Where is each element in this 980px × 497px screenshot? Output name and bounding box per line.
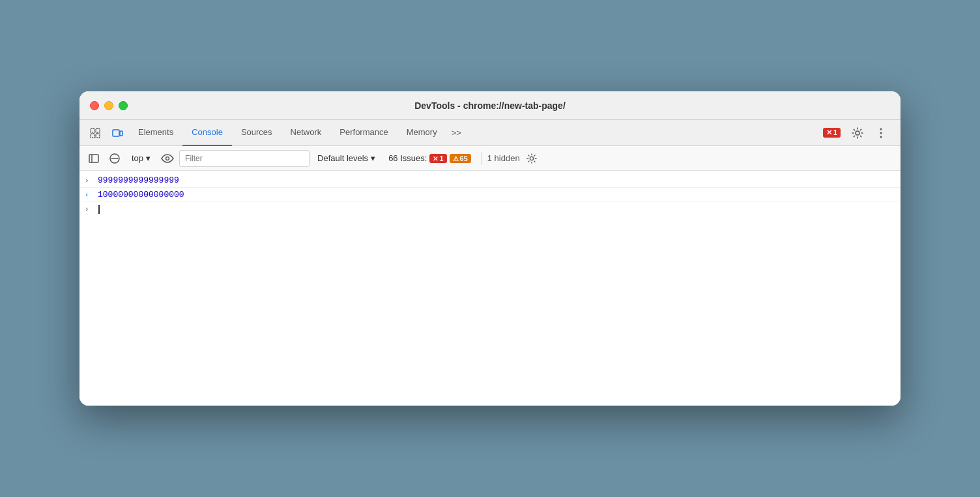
- devtools-window: DevTools - chrome://new-tab-page/ Elemen…: [79, 91, 901, 406]
- svg-point-15: [530, 157, 533, 160]
- console-input-line[interactable]: ›: [79, 202, 901, 217]
- more-options-icon[interactable]: [872, 124, 890, 142]
- log-levels-dropdown[interactable]: Default levels ▾: [312, 152, 381, 164]
- title-bar: DevTools - chrome://new-tab-page/: [79, 91, 901, 120]
- console-line-2[interactable]: ‹ 10000000000000000: [79, 188, 901, 202]
- svg-rect-5: [120, 131, 122, 136]
- issues-count: 66 Issues: ✕1 ⚠65: [383, 153, 476, 163]
- filter-input[interactable]: [179, 150, 310, 167]
- svg-rect-3: [96, 134, 100, 138]
- svg-point-6: [856, 131, 859, 135]
- toolbar-divider: [482, 152, 482, 165]
- hidden-count: 1 hidden: [487, 153, 520, 163]
- maximize-button[interactable]: [119, 101, 128, 110]
- issues-error-badge[interactable]: ✕1: [429, 154, 446, 163]
- traffic-lights: [90, 101, 128, 110]
- svg-rect-4: [113, 130, 119, 136]
- sidebar-toggle-icon[interactable]: [85, 149, 103, 168]
- svg-point-14: [166, 157, 169, 160]
- devtools-tab-bar: Elements Console Sources Network Perform…: [79, 120, 901, 146]
- svg-point-7: [880, 128, 882, 130]
- tab-elements[interactable]: Elements: [129, 120, 182, 146]
- console-line-1[interactable]: › 9999999999999999: [79, 173, 901, 188]
- device-toolbar-icon[interactable]: [107, 123, 128, 143]
- tab-sources[interactable]: Sources: [232, 120, 281, 146]
- output-arrow-2: ‹: [85, 191, 94, 199]
- tab-console[interactable]: Console: [182, 120, 232, 146]
- svg-rect-10: [89, 155, 98, 162]
- expand-arrow-1[interactable]: ›: [85, 177, 94, 185]
- window-title: DevTools - chrome://new-tab-page/: [414, 100, 566, 111]
- console-toolbar: top ▾ Default levels ▾ 66 Issues: ✕1 ⚠65: [79, 146, 901, 171]
- console-settings-icon[interactable]: [523, 149, 541, 168]
- svg-rect-1: [96, 128, 100, 132]
- cursor-caret: [98, 205, 100, 214]
- console-value-2: 10000000000000000: [98, 190, 184, 200]
- console-value-1: 9999999999999999: [98, 175, 179, 185]
- issues-warn-badge[interactable]: ⚠65: [450, 154, 471, 163]
- svg-point-9: [880, 136, 882, 138]
- live-expressions-icon[interactable]: [158, 149, 177, 168]
- svg-rect-2: [91, 134, 94, 138]
- error-count-badge[interactable]: ✕1: [823, 128, 841, 138]
- minimize-button[interactable]: [104, 101, 113, 110]
- svg-rect-0: [91, 128, 94, 132]
- clear-console-icon[interactable]: [106, 149, 124, 168]
- console-output: › 9999999999999999 ‹ 10000000000000000 ›: [79, 171, 901, 406]
- context-selector[interactable]: top ▾: [126, 152, 156, 164]
- tab-network[interactable]: Network: [281, 120, 331, 146]
- close-button[interactable]: [90, 101, 99, 110]
- tab-performance[interactable]: Performance: [330, 120, 397, 146]
- svg-point-8: [880, 132, 882, 134]
- tab-settings-area: ✕1: [818, 124, 895, 142]
- tab-memory[interactable]: Memory: [397, 120, 446, 146]
- tab-more-button[interactable]: >>: [446, 120, 467, 146]
- settings-icon[interactable]: [848, 124, 867, 142]
- console-cursor: [98, 205, 100, 214]
- prompt-icon: ›: [85, 205, 94, 213]
- inspect-element-icon[interactable]: [85, 123, 106, 143]
